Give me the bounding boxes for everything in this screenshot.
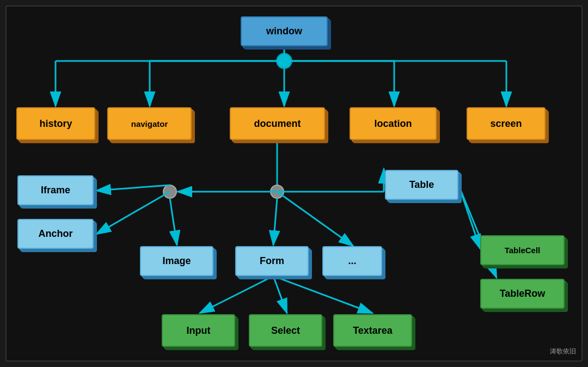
watermark: 涛歌依旧 xyxy=(550,347,576,356)
node-location: location xyxy=(350,107,437,140)
node-table: Table xyxy=(385,170,458,200)
node-screen: screen xyxy=(467,107,546,140)
node-ellipsis: ... xyxy=(322,246,382,276)
svg-line-19 xyxy=(170,198,177,245)
node-input: Input xyxy=(162,314,235,347)
svg-line-18 xyxy=(96,192,170,234)
svg-point-2 xyxy=(277,53,292,69)
svg-point-15 xyxy=(271,185,284,198)
svg-line-17 xyxy=(96,185,170,191)
node-window: window xyxy=(241,16,328,46)
svg-line-24 xyxy=(458,185,480,249)
svg-point-14 xyxy=(163,185,176,198)
node-select: Select xyxy=(249,314,322,347)
node-history: history xyxy=(16,107,95,140)
node-image: Image xyxy=(140,246,213,276)
node-form: Form xyxy=(235,246,309,276)
svg-line-27 xyxy=(273,276,287,313)
node-textarea: Textarea xyxy=(333,314,412,347)
node-iframe: Iframe xyxy=(17,175,94,205)
node-navigator: navigator xyxy=(107,107,192,140)
svg-line-23 xyxy=(277,192,353,246)
node-tablerow: TableRow xyxy=(480,279,565,309)
node-anchor: Anchor xyxy=(17,219,94,249)
node-tablecell: TableCell xyxy=(480,235,565,265)
node-document: document xyxy=(230,107,325,140)
svg-line-20 xyxy=(273,198,277,245)
diagram-container: windowhistorynavigatordocumentlocationsc… xyxy=(5,5,583,362)
svg-line-28 xyxy=(273,276,372,313)
svg-line-26 xyxy=(200,276,273,313)
